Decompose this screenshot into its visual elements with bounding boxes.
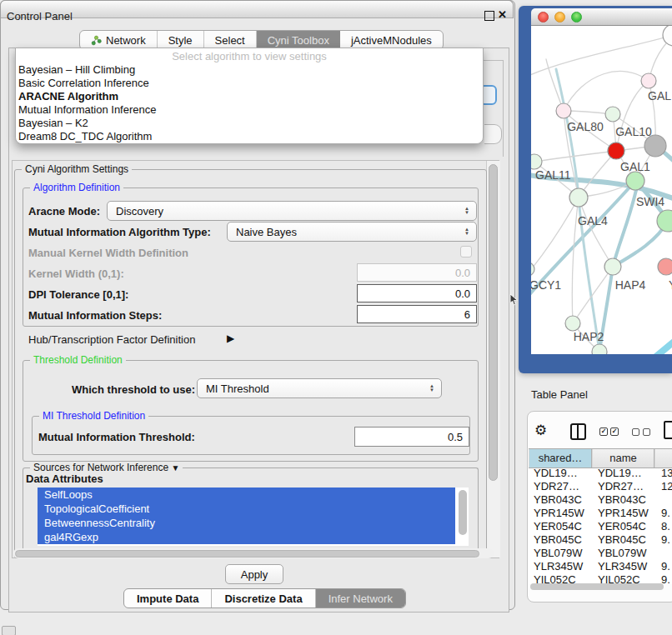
tab-style[interactable]: Style [158, 31, 204, 49]
tab-infer-network[interactable]: Infer Network [316, 589, 405, 608]
kernel-width-field[interactable]: 0.0 [357, 263, 477, 282]
attribute-item-betweennesscentrality[interactable]: BetweennessCentrality [38, 516, 455, 530]
float-window-icon[interactable] [484, 11, 494, 21]
dropdown-item-mutual-information-inference[interactable]: Mutual Information Inference [16, 103, 483, 117]
attribute-item-selfloops[interactable]: SelfLoops [38, 488, 455, 502]
tab-label: Network [106, 34, 146, 47]
data-attributes-list[interactable]: SelfLoopsTopologicalCoefficientBetweenne… [38, 488, 469, 546]
combo-stepper-icon: ▲▼ [464, 207, 469, 215]
combo-stepper-icon: ▲▼ [429, 384, 434, 392]
bottom-tab-bar: Impute DataDiscretize DataInfer Network [123, 588, 406, 608]
tab-discretize-data[interactable]: Discretize Data [212, 589, 315, 608]
mi-steps-field[interactable]: 6 [357, 305, 477, 323]
tab-cyni-toolbox[interactable]: Cyni Toolbox [257, 31, 340, 49]
tab-select[interactable]: Select [204, 31, 257, 49]
table-rows[interactable]: YDL19…YDL19…13YDR27…YDR27…12YBR043CYBR04… [529, 467, 672, 584]
document-icon[interactable] [664, 421, 672, 439]
table-row[interactable]: YDR27…YDR27…12 [529, 480, 672, 493]
dropdown-item-bayesian-k2[interactable]: Bayesian – K2 [16, 117, 483, 130]
cell: YER054C [598, 520, 646, 533]
node-label-gal4: GAL4 [578, 214, 608, 228]
which-threshold-combo[interactable]: MI Threshold ▲▼ [197, 378, 442, 398]
collapse-triangle-icon[interactable]: ▼ [171, 463, 179, 472]
kernel-width-label: Kernel Width (0,1): [28, 268, 124, 280]
hub-definition-label: Hub/Transcription Factor Definition [28, 333, 195, 346]
aracne-mode-combo[interactable]: Discovery ▲▼ [107, 201, 477, 221]
dock-panel-button[interactable] [2, 626, 16, 635]
table-row[interactable]: YLR345WYLR345W9. [529, 560, 672, 573]
apply-button[interactable]: Apply [225, 564, 283, 584]
network-node[interactable] [592, 344, 607, 354]
attribute-item-topologicalcoefficient[interactable]: TopologicalCoefficient [38, 502, 455, 516]
data-attributes-items: SelfLoopsTopologicalCoefficientBetweenne… [38, 488, 469, 544]
network-node[interactable] [658, 258, 672, 275]
tab-label: jActiveMNodules [351, 34, 432, 47]
dpi-tolerance-field[interactable]: 0.0 [357, 284, 477, 302]
network-node[interactable] [641, 73, 656, 88]
dropdown-item-aracne-algorithm[interactable]: ARACNE Algorithm [16, 90, 483, 103]
mi-steps-label: Mutual Information Steps: [28, 309, 162, 322]
network-node[interactable] [657, 210, 672, 232]
checked-checkbox-icon[interactable]: ✓ [610, 428, 619, 436]
tab-network[interactable]: Network [80, 31, 158, 49]
settings-vscrollbar-thumb[interactable] [489, 164, 498, 481]
tab-label: Cyni Toolbox [268, 34, 329, 47]
threshold-definition-title: Threshold Definition [30, 354, 126, 367]
table-header: shared…name [529, 448, 672, 468]
dropdown-item-dream8-dc-tdc-algorithm[interactable]: Dream8 DC_TDC Algorithm [16, 130, 483, 143]
tab-label: Select [215, 34, 245, 47]
tab-jactivemnodules[interactable]: jActiveMNodules [340, 31, 443, 49]
table-hscrollbar-thumb[interactable] [530, 583, 664, 590]
settings-hscrollbar-thumb[interactable] [15, 550, 479, 558]
cell: 9. [661, 533, 670, 547]
network-node-labels: GALGAL80GAL10GAL1GAL11SWI4GAL4GCY1HAP4YH… [531, 89, 672, 343]
table-row[interactable]: YBR043CYBR043C [529, 493, 672, 507]
tab-impute-data[interactable]: Impute Data [124, 589, 212, 608]
network-node[interactable] [569, 188, 588, 207]
algorithm-dropdown-popup: Select algorithm to view settings Bayesi… [15, 48, 484, 144]
close-icon[interactable]: ✕ [498, 8, 507, 21]
network-node[interactable] [531, 262, 534, 276]
network-node[interactable] [565, 316, 580, 331]
unchecked-checkbox-icon[interactable] [643, 428, 650, 436]
gear-icon[interactable]: ⚙ [534, 422, 547, 439]
control-panel-titlebar [0, 0, 514, 18]
zoom-window-icon[interactable] [571, 12, 582, 22]
table-row[interactable]: YBL079WYBL079W [529, 547, 672, 560]
checked-checkbox-icon[interactable]: ✓ [599, 428, 608, 436]
unchecked-checkbox-icon[interactable] [632, 428, 639, 436]
columns-icon[interactable] [570, 423, 586, 440]
table-row[interactable]: YER054CYER054C8. [529, 520, 672, 533]
cell: YBL079W [598, 547, 647, 560]
column-header-name[interactable]: name [592, 449, 654, 468]
cell: YLR345W [598, 560, 647, 573]
network-node[interactable] [663, 26, 672, 46]
network-node[interactable] [531, 154, 542, 169]
column-header-shared[interactable]: shared… [529, 449, 592, 468]
manual-kernel-checkbox[interactable] [460, 246, 472, 258]
hidden-groupbox-edge [503, 60, 504, 157]
table-row[interactable]: YPR145WYPR145W9. [529, 507, 672, 520]
table-row[interactable]: YDL19…YDL19…13 [529, 467, 672, 480]
mi-threshold-label: Mutual Information Threshold: [38, 431, 195, 443]
attributes-scrollbar-thumb[interactable] [459, 490, 467, 535]
expand-triangle-icon[interactable]: ▶ [227, 332, 234, 344]
cell: YDL19… [534, 467, 578, 480]
network-node[interactable] [605, 107, 620, 122]
network-node[interactable] [608, 142, 624, 159]
mi-threshold-field[interactable]: 0.5 [354, 427, 469, 447]
minimize-window-icon[interactable] [554, 12, 565, 22]
column-header-2[interactable] [654, 449, 672, 468]
close-window-icon[interactable] [538, 12, 549, 22]
network-node[interactable] [604, 258, 621, 275]
dropdown-item-bayesian-hill-climbing[interactable]: Bayesian – Hill Climbing [16, 63, 483, 77]
network-node[interactable] [556, 103, 571, 118]
network-node[interactable] [626, 172, 644, 190]
cyni-algorithm-settings-title: Cyni Algorithm Settings [22, 163, 132, 176]
network-icon [91, 35, 102, 46]
dropdown-item-basic-correlation-inference[interactable]: Basic Correlation Inference [16, 77, 483, 90]
table-row[interactable]: YBR045CYBR045C9. [529, 533, 672, 547]
mi-type-combo[interactable]: Naive Bayes ▲▼ [227, 222, 477, 242]
attribute-item-gal4rgexp[interactable]: gal4RGexp [38, 530, 455, 544]
network-canvas[interactable]: GALGAL80GAL10GAL1GAL11SWI4GAL4GCY1HAP4YH… [531, 26, 672, 354]
